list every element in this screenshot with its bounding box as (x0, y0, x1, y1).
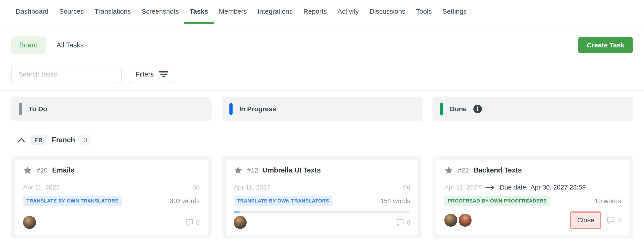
task-card-emails[interactable]: #20 Emails Apr 11, 2027 0d TRANSLATE BY … (14, 159, 208, 235)
task-type-badge: TRANSLATE BY OWN TRANSLATORS (23, 195, 122, 206)
nav-screenshots[interactable]: Screenshots (142, 8, 179, 24)
start-date: Apr 11, 2027 (23, 184, 60, 191)
nav-tools[interactable]: Tools (416, 8, 432, 24)
comment-icon (607, 216, 615, 224)
star-icon[interactable] (444, 166, 453, 175)
word-count: 10 words (594, 197, 621, 205)
comments-control[interactable]: 0 (396, 219, 410, 226)
task-age: 0d (403, 184, 410, 191)
word-count: 303 words (170, 197, 200, 205)
assignee-avatars (23, 216, 36, 229)
card-date-row: Apr 11, 2027 Due date: Apr 30, 2027 23:5… (444, 184, 621, 191)
assignee-avatars (444, 214, 472, 227)
task-id: #12 (247, 166, 258, 174)
avatar (444, 214, 457, 227)
task-card-backend-texts[interactable]: #22 Backend Texts Apr 11, 2027 Due date:… (436, 159, 630, 235)
nav-activity[interactable]: Activity (338, 8, 359, 24)
task-type-badge: TRANSLATE BY OWN TRANSLATORS (234, 195, 332, 206)
task-title: Emails (52, 166, 74, 174)
star-icon[interactable] (234, 166, 242, 175)
comment-count: 0 (407, 219, 410, 226)
card-title-row: #12 Umbrella UI Texts (234, 166, 410, 175)
card-footer: Close 0 (444, 211, 621, 229)
task-id: #22 (458, 166, 469, 174)
comment-icon (185, 219, 194, 226)
task-count-badge: 3 (80, 135, 90, 145)
column-in-progress: In Progress (222, 97, 422, 121)
todo-lane: #20 Emails Apr 11, 2027 0d TRANSLATE BY … (11, 156, 212, 238)
comment-count: 0 (618, 216, 621, 224)
task-type-badge: PROOFREAD BY OWN PROOFREADERS (444, 195, 550, 206)
filter-toolbar: Filters (11, 66, 633, 83)
in-progress-color-bar (230, 103, 232, 115)
card-badge-row: TRANSLATE BY OWN TRANSLATORS 303 words (23, 195, 200, 206)
nav-members[interactable]: Members (219, 8, 247, 24)
done-label: Done (450, 105, 467, 113)
task-title: Backend Texts (474, 166, 522, 174)
in-progress-lane: #12 Umbrella UI Texts Apr 11, 2027 0d TR… (222, 156, 422, 238)
search-input[interactable] (11, 66, 122, 83)
tab-board[interactable]: Board (11, 37, 46, 54)
info-icon[interactable] (474, 105, 482, 113)
todo-label: To Do (28, 105, 47, 113)
avatar (459, 214, 472, 227)
progress-fill (234, 211, 240, 213)
comment-count: 0 (196, 219, 200, 226)
word-count: 154 words (380, 197, 410, 205)
tab-all-tasks[interactable]: All Tasks (56, 41, 84, 49)
filter-icon (159, 70, 168, 79)
close-task-button[interactable]: Close (570, 211, 601, 229)
nav-sources[interactable]: Sources (59, 8, 84, 24)
board-lanes: #20 Emails Apr 11, 2027 0d TRANSLATE BY … (0, 156, 644, 238)
column-headers: To Do In Progress Done (0, 91, 644, 121)
nav-settings[interactable]: Settings (442, 8, 467, 24)
filters-label: Filters (136, 71, 154, 78)
avatar (23, 216, 36, 229)
card-title-row: #22 Backend Texts (444, 166, 621, 175)
task-title: Umbrella UI Texts (263, 166, 321, 174)
todo-color-bar (19, 103, 22, 115)
done-lane: #22 Backend Texts Apr 11, 2027 Due date:… (432, 156, 633, 238)
card-badge-row: TRANSLATE BY OWN TRANSLATORS 154 words (234, 195, 410, 206)
card-footer: 0 (23, 216, 200, 229)
comment-icon (396, 219, 404, 226)
progress-bar (234, 211, 410, 213)
comments-control[interactable]: 0 (607, 216, 621, 224)
language-group-header: FR French 3 (18, 134, 633, 146)
task-id: #20 (36, 166, 48, 174)
column-todo: To Do (11, 97, 212, 121)
view-toolbar: Board All Tasks Create Task (11, 37, 633, 54)
top-nav: Dashboard Sources Translations Screensho… (0, 0, 644, 29)
due-date-value: Apr 30, 2027 23:59 (531, 184, 586, 191)
card-date-row: Apr 11, 2027 0d (23, 184, 200, 191)
task-card-umbrella-ui-texts[interactable]: #12 Umbrella UI Texts Apr 11, 2027 0d TR… (225, 159, 419, 235)
nav-translations[interactable]: Translations (94, 8, 131, 24)
nav-reports[interactable]: Reports (304, 8, 327, 24)
card-badge-row: PROOFREAD BY OWN PROOFREADERS 10 words (444, 195, 621, 206)
done-color-bar (440, 103, 443, 115)
card-title-row: #20 Emails (23, 166, 200, 175)
task-age: 0d (192, 184, 200, 191)
chevron-up-icon[interactable] (18, 137, 26, 143)
due-date-label: Due date: (500, 184, 528, 191)
start-date: Apr 11, 2027 (234, 184, 270, 191)
filters-button[interactable]: Filters (128, 66, 176, 83)
card-footer: 0 (234, 216, 410, 229)
star-icon[interactable] (23, 166, 32, 175)
avatar (234, 216, 247, 229)
comments-control[interactable]: 0 (185, 219, 200, 226)
card-date-row: Apr 11, 2027 0d (234, 184, 410, 191)
in-progress-label: In Progress (239, 105, 276, 113)
language-code-badge: FR (31, 135, 46, 145)
language-name: French (52, 136, 75, 144)
arrow-right-icon (486, 185, 495, 190)
nav-dashboard[interactable]: Dashboard (16, 8, 48, 24)
nav-discussions[interactable]: Discussions (370, 8, 406, 24)
create-task-button[interactable]: Create Task (578, 37, 633, 53)
nav-integrations[interactable]: Integrations (258, 8, 293, 24)
assignee-avatars (234, 216, 247, 229)
start-date: Apr 11, 2027 (444, 184, 481, 191)
nav-tasks[interactable]: Tasks (190, 8, 208, 24)
column-done: Done (432, 97, 633, 121)
